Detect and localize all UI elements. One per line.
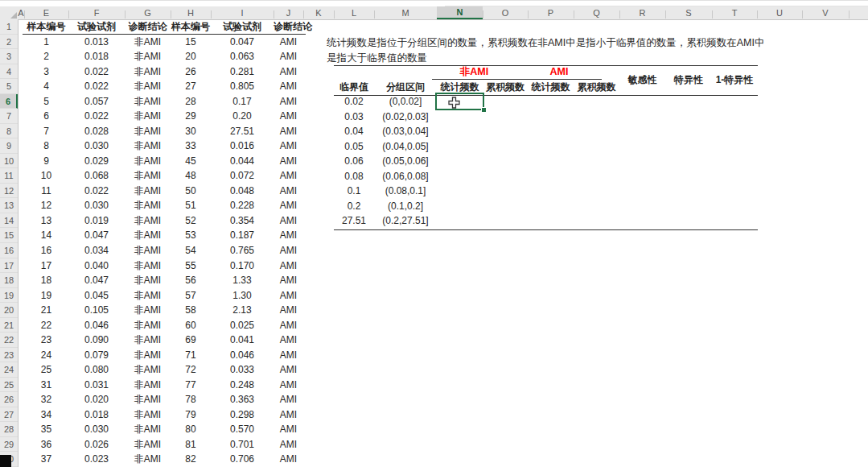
cell-F26[interactable]: 0.020 <box>68 392 125 407</box>
cell-J7[interactable]: AMI <box>274 109 303 124</box>
column-header-E[interactable]: E <box>24 6 68 19</box>
cell-J4[interactable]: AMI <box>274 64 303 80</box>
cell-M11[interactable]: (0.06,0.08] <box>374 169 437 184</box>
cell-E27[interactable]: 34 <box>24 407 68 423</box>
cell-H18[interactable]: 56 <box>171 273 211 288</box>
cell-M13[interactable]: (0.1,0.2] <box>374 199 437 214</box>
cell-I5[interactable]: 0.805 <box>211 79 274 94</box>
cell-L12[interactable]: 0.1 <box>334 184 374 199</box>
cell-H16[interactable]: 54 <box>171 243 211 258</box>
cell-F10[interactable]: 0.029 <box>68 154 125 169</box>
cell-G1[interactable]: 诊断结论 <box>125 19 171 35</box>
cell-E1[interactable]: 样本编号 <box>24 19 68 35</box>
cell-F22[interactable]: 0.090 <box>68 333 125 348</box>
cell-I27[interactable]: 0.298 <box>211 407 274 423</box>
cell-E26[interactable]: 32 <box>24 392 68 407</box>
row-header-16[interactable]: 16 <box>0 243 18 258</box>
cell-H25[interactable]: 77 <box>171 378 211 393</box>
cell-I16[interactable]: 0.765 <box>211 243 274 258</box>
cell-J15[interactable]: AMI <box>274 228 303 243</box>
cell-I26[interactable]: 0.363 <box>211 392 274 407</box>
cell-J20[interactable]: AMI <box>274 303 303 318</box>
cell-L14[interactable]: 27.51 <box>334 213 374 229</box>
cell-E18[interactable]: 18 <box>24 273 68 288</box>
cell-G30[interactable]: 非AMI <box>125 452 171 467</box>
cell-F12[interactable]: 0.022 <box>68 184 125 199</box>
row-header-18[interactable]: 18 <box>0 273 18 288</box>
column-header-R[interactable]: R <box>619 6 665 19</box>
cell-E7[interactable]: 6 <box>24 109 68 124</box>
cell-G19[interactable]: 非AMI <box>125 288 171 304</box>
row-header-23[interactable]: 23 <box>0 348 18 363</box>
column-header-H[interactable]: H <box>171 6 211 19</box>
cell-G17[interactable]: 非AMI <box>125 258 171 274</box>
cell-I4[interactable]: 0.281 <box>211 64 274 80</box>
cell-F28[interactable]: 0.030 <box>68 422 125 437</box>
cell-F4[interactable]: 0.022 <box>68 64 125 80</box>
cell-M9[interactable]: (0.04,0.05] <box>374 139 437 155</box>
cell-H20[interactable]: 58 <box>171 303 211 318</box>
cell-F3[interactable]: 0.018 <box>68 49 125 64</box>
cell-F6[interactable]: 0.057 <box>68 94 125 110</box>
cell-G12[interactable]: 非AMI <box>125 184 171 199</box>
cell-F30[interactable]: 0.023 <box>68 452 125 467</box>
column-header-V[interactable]: V <box>802 6 849 19</box>
cell-H27[interactable]: 79 <box>171 407 211 423</box>
cell-G3[interactable]: 非AMI <box>125 49 171 64</box>
header-sensitivity[interactable]: 敏感性 <box>619 65 665 95</box>
cell-G23[interactable]: 非AMI <box>125 348 171 363</box>
cell-F9[interactable]: 0.030 <box>68 138 125 154</box>
cell-I17[interactable]: 0.170 <box>211 258 274 274</box>
column-header-I[interactable]: I <box>211 6 274 19</box>
cell-I14[interactable]: 0.354 <box>211 213 274 229</box>
row-header-14[interactable]: 14 <box>0 213 18 229</box>
row-header-28[interactable]: 28 <box>0 422 18 437</box>
cell-F27[interactable]: 0.018 <box>68 407 125 423</box>
cell-L13[interactable]: 0.2 <box>334 199 374 214</box>
cell-H17[interactable]: 55 <box>171 258 211 274</box>
row-header-10[interactable]: 10 <box>0 154 18 169</box>
cell-G27[interactable]: 非AMI <box>125 407 171 423</box>
row-header-4[interactable]: 4 <box>0 64 18 80</box>
cell-J17[interactable]: AMI <box>274 258 303 274</box>
fill-handle[interactable] <box>481 107 487 113</box>
cell-F14[interactable]: 0.019 <box>68 213 125 229</box>
cell-I20[interactable]: 2.13 <box>211 303 274 318</box>
cell-J12[interactable]: AMI <box>274 184 303 199</box>
cell-L7[interactable]: 0.03 <box>334 110 374 125</box>
row-header-8[interactable]: 8 <box>0 124 18 139</box>
group-header-non-ami[interactable]: 非AMI <box>432 66 516 78</box>
cell-J3[interactable]: AMI <box>274 49 303 64</box>
cell-G20[interactable]: 非AMI <box>125 303 171 318</box>
row-header-27[interactable]: 27 <box>0 407 18 423</box>
cell-H12[interactable]: 50 <box>171 184 211 199</box>
cell-J25[interactable]: AMI <box>274 378 303 393</box>
row-header-7[interactable]: 7 <box>0 109 18 124</box>
cell-G6[interactable]: 非AMI <box>125 94 171 110</box>
cell-E25[interactable]: 31 <box>24 378 68 393</box>
row-header-12[interactable]: 12 <box>0 184 18 199</box>
cell-I9[interactable]: 0.016 <box>211 138 274 154</box>
cell-M12[interactable]: (0.08,0.1] <box>374 184 437 199</box>
cell-I13[interactable]: 0.228 <box>211 198 274 213</box>
cell-F11[interactable]: 0.068 <box>68 168 125 184</box>
cell-F13[interactable]: 0.030 <box>68 198 125 213</box>
cell-I8[interactable]: 27.51 <box>211 124 274 139</box>
row-header-21[interactable]: 21 <box>0 318 18 333</box>
cell-E20[interactable]: 21 <box>24 303 68 318</box>
cell-J21[interactable]: AMI <box>274 318 303 333</box>
cell-I3[interactable]: 0.063 <box>211 49 274 64</box>
cell-G28[interactable]: 非AMI <box>125 422 171 437</box>
cell-I18[interactable]: 1.33 <box>211 273 274 288</box>
cell-E28[interactable]: 35 <box>24 422 68 437</box>
cell-J30[interactable]: AMI <box>274 452 303 467</box>
cell-J27[interactable]: AMI <box>274 407 303 423</box>
cell-H10[interactable]: 45 <box>171 154 211 169</box>
cell-H30[interactable]: 82 <box>171 452 211 467</box>
cell-I22[interactable]: 0.041 <box>211 333 274 348</box>
cell-G29[interactable]: 非AMI <box>125 437 171 453</box>
cell-G15[interactable]: 非AMI <box>125 228 171 243</box>
column-header-U[interactable]: U <box>757 6 802 19</box>
cell-F5[interactable]: 0.022 <box>68 79 125 94</box>
row-header-26[interactable]: 26 <box>0 392 18 407</box>
